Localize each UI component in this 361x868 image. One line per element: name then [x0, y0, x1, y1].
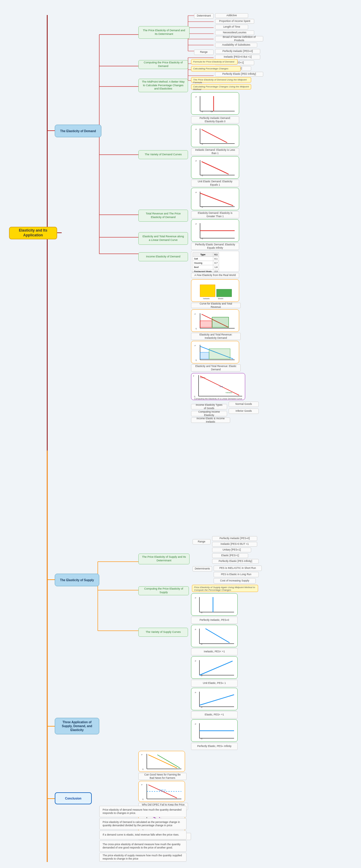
chart-5-label: Perfectly Elastic Demand: Elasticity Equ…	[191, 243, 239, 250]
svg-text:Inelastic: Inelastic	[203, 298, 210, 300]
three-applications-label: Three Application of Supply, Demand, and…	[58, 720, 96, 732]
svg-rect-62	[217, 289, 232, 297]
chart-supply-unit-elastic: Q P	[191, 656, 238, 679]
svg-line-114	[148, 755, 177, 768]
chart-supply-perfectly-elastic: Q P	[191, 719, 238, 742]
svg-line-44	[201, 129, 227, 143]
determinant-text: Determinant	[197, 14, 211, 18]
elasticity-of-supply-node: The Elasticity of Supply	[55, 574, 99, 586]
svg-text:P: P	[196, 192, 197, 193]
midpoint-text-2: Calculating Percentage Changes Using the…	[193, 85, 249, 91]
det-proportion: Proportion of Income Spent	[215, 19, 254, 24]
variety-demand-label: The Variety of Demand Curves	[145, 153, 182, 156]
real-world-table: Type0.1 Salt0.1 Housing0.7 Beef1.6 Resta…	[191, 251, 239, 272]
income-elastic-inelastic-node: Income Elastic & Income Inelastic	[191, 417, 230, 423]
svg-line-115	[157, 755, 180, 768]
svg-text:P: P	[195, 692, 196, 693]
svg-text:Q: Q	[201, 175, 203, 176]
inferior-goods-node: Inferior Goods	[229, 408, 259, 414]
computing-price-label: Computing the Price Elasticity of Demand	[142, 61, 185, 68]
svg-text:Supply cut: Supply cut	[159, 789, 166, 791]
connector-lines	[0, 0, 361, 868]
formula-text-1: Formula for Price Elasticity of Demand	[193, 60, 234, 63]
svg-text:Elastic: Elastic	[218, 298, 224, 300]
det-necessities: Necessities/Luxuries	[215, 30, 254, 35]
svg-text:Q: Q	[142, 798, 143, 800]
chart-inelastic-revenue-label: Elasticity and Total Revenue: Inelastici…	[191, 333, 241, 340]
range-label-node: Range	[194, 50, 214, 55]
svg-line-53	[200, 193, 233, 206]
supply-chart-4-label: Perfectly Elastic, PES= Infinity	[191, 743, 238, 750]
conclusion-point-0: Price elasticity of demand measure how m…	[99, 806, 187, 817]
svg-text:P: P	[195, 313, 196, 315]
svg-rect-76	[209, 349, 230, 359]
det-broad: Broad of Narrow Definition of Products	[215, 36, 263, 41]
supply-det-text: Determinants	[195, 567, 210, 570]
variety-supply-label: The Variety of Supply Curves	[146, 630, 180, 634]
svg-text:Q: Q	[142, 768, 143, 770]
chart-total-revenue-curve: Inelastic Elastic	[191, 279, 239, 302]
root-node: Elasticity and Its Application	[9, 227, 57, 239]
elasticity-linear-node: Elasticity and Total Revenue along a Lin…	[138, 232, 188, 245]
chart-app-1: Q P	[138, 751, 185, 772]
svg-text:Unit: Unit	[220, 385, 223, 388]
svg-text:P: P	[195, 345, 196, 347]
price-elasticity-determinant-label: The Price Elasticity of Demand and Its D…	[142, 29, 186, 36]
chart-unit-elastic: Q P	[191, 156, 239, 179]
svg-text:Q: Q	[201, 706, 202, 708]
svg-line-104	[199, 695, 234, 705]
formula-price-elasticity: Formula for Price Elasticity of Demand	[191, 59, 238, 65]
chart-total-revenue-curve-label: Curve for Elasticity and Total Revenue	[191, 303, 241, 308]
chart-supply-perfectly-inelastic: Q P	[191, 593, 238, 616]
range-text: Range	[200, 51, 207, 54]
svg-text:Q: Q	[201, 238, 203, 239]
supply-det-0: PES is INELASTIC in Short Run	[214, 565, 262, 571]
computing-price-elasticity-node: Computing the Price Elasticity of Demand	[138, 60, 188, 69]
elasticity-of-demand-node: The Elasticity of Demand	[55, 125, 101, 137]
total-revenue-node: Total Revenue and The Price Elasticity o…	[138, 210, 188, 222]
svg-text:Inelastic: Inelastic	[226, 392, 232, 394]
svg-text:Q: Q	[196, 359, 197, 361]
real-world-label: A Few Elasticity from the Real World	[191, 273, 239, 278]
range-perfectly-inelastic: Perfectly Inelastic [PED=0]	[215, 49, 260, 54]
svg-rect-75	[200, 352, 209, 359]
chart-1-label: Perfectly Inelastic Demand: Elasticity E…	[191, 116, 239, 123]
elasticity-supply-label: The Elasticity of Supply	[60, 578, 94, 582]
svg-text:P: P	[195, 660, 196, 662]
formula-text-2: Calculating Percentage Changes	[193, 67, 228, 70]
svg-text:Q: Q	[201, 643, 202, 645]
chart-supply-inelastic: Q P	[191, 625, 238, 647]
supply-det-1: PES is Elastic in Long Run	[214, 572, 259, 577]
conclusion-point-2: If a demand curve is elastic, total reve…	[99, 831, 187, 839]
svg-text:Q₁: Q₁	[211, 111, 213, 112]
supply-formula: Price Elasticity of Supply Again Using M…	[192, 585, 258, 592]
svg-line-99	[199, 661, 232, 675]
svg-text:P: P	[195, 629, 196, 630]
svg-text:Elastic: Elastic	[200, 377, 205, 378]
midpoint-formula-1: The Price Elasticity of Demand Using the…	[191, 77, 251, 83]
total-revenue-label: Total Revenue and The Price Elasticity o…	[142, 212, 185, 219]
root-label: Elasticity and Its Application	[14, 228, 52, 238]
svg-text:P: P	[196, 223, 197, 225]
supply-range-3: Elastic [PES>1]	[212, 553, 248, 558]
supply-det-2: Cost of Increasing Supply	[214, 578, 256, 584]
three-applications-node: Three Application of Supply, Demand, and…	[55, 718, 99, 734]
income-elasticity-label: Income Elasticity of Demand	[146, 255, 180, 258]
formula-calculating: Calculating Percentage Changes	[191, 66, 241, 71]
svg-text:Q: Q	[196, 328, 197, 330]
price-elasticity-determinant-node: The Price Elasticity of Demand and Its D…	[138, 26, 190, 39]
variety-supply-curves-node: The Variety of Supply Curves	[138, 628, 188, 637]
midpoint-label: The MidPoint Method: A Better Way to Cal…	[142, 80, 185, 91]
supply-chart-1-label: Inelastic, PES< +1	[191, 648, 238, 655]
income-elasticity-node: Income Elasticity of Demand	[138, 252, 188, 261]
variety-demand-curves-node: The Variety of Demand Curves	[138, 150, 188, 159]
chart-app-2: Q P Supply cut	[138, 781, 185, 802]
svg-rect-61	[200, 285, 215, 297]
svg-line-94	[205, 629, 229, 643]
supply-formula-text: Price Elasticity of Supply Again Using M…	[194, 586, 255, 591]
svg-text:P: P	[196, 160, 197, 162]
svg-text:P: P	[141, 754, 143, 756]
elasticity-demand-label: The Elasticity of Demand	[60, 129, 96, 133]
conclusion-label: Conclusion	[65, 797, 81, 800]
svg-text:P: P	[195, 723, 196, 725]
